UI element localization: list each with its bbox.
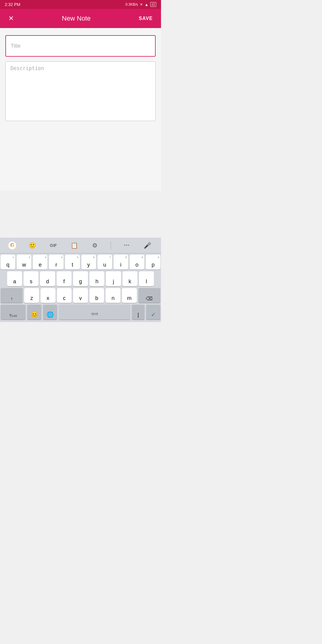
title-input[interactable] — [5, 35, 156, 57]
key-o[interactable]: 9o — [130, 255, 144, 270]
gif-icon: GIF — [50, 243, 57, 248]
keyboard-rows: 1q 2w 3e 4r 5t 6y 7u 8i 9o 0p a s d f g … — [0, 253, 161, 322]
sticker-icon: 🙂 — [29, 242, 36, 249]
key-d[interactable]: d — [40, 271, 55, 286]
toolbar-divider — [111, 241, 111, 250]
key-i[interactable]: 8i — [114, 255, 128, 270]
key-l[interactable]: l — [139, 271, 154, 286]
close-button[interactable]: ✕ — [6, 12, 16, 25]
key-h[interactable]: h — [89, 271, 104, 286]
emoji-key[interactable]: 😊 — [27, 305, 41, 320]
key-n[interactable]: n — [106, 288, 120, 303]
key-v[interactable]: v — [73, 288, 88, 303]
google-icon: G — [10, 242, 14, 248]
clipboard-icon: 📋 — [71, 242, 78, 249]
key-j[interactable]: j — [106, 271, 121, 286]
save-button[interactable]: SAVE — [137, 13, 155, 24]
space-key[interactable]: বাংলা — [59, 305, 130, 320]
status-time: 2:32 PM — [5, 2, 20, 7]
key-e[interactable]: 3e — [33, 255, 47, 270]
battery-indicator: 22 — [150, 2, 156, 7]
key-row-2: a s d f g h j k l — [1, 271, 160, 286]
sticker-button[interactable]: 🙂 — [27, 240, 38, 251]
content-area — [0, 28, 161, 128]
wifi-icon: ▲ — [145, 2, 148, 7]
x-icon: ✕ — [140, 2, 143, 7]
key-row-3: ↑ z x c v b n m ⌫ — [1, 288, 160, 303]
enter-key[interactable]: ✓ — [146, 305, 160, 320]
settings-button[interactable]: ⚙ — [90, 240, 99, 251]
key-f[interactable]: f — [57, 271, 72, 286]
key-r[interactable]: 4r — [49, 255, 64, 270]
key-a[interactable]: a — [7, 271, 22, 286]
app-bar: ✕ New Note SAVE — [0, 9, 161, 28]
globe-key[interactable]: 🌐 — [43, 305, 57, 320]
clipboard-button[interactable]: 📋 — [69, 240, 80, 251]
mic-button[interactable]: 🎤 — [142, 240, 153, 251]
backspace-key[interactable]: ⌫ — [138, 288, 160, 303]
status-right: 0.3KB/s ✕ ▲ 22 — [126, 2, 156, 7]
key-row-1: 1q 2w 3e 4r 5t 6y 7u 8i 9o 0p — [1, 255, 160, 270]
key-z[interactable]: z — [24, 288, 39, 303]
key-p[interactable]: 0p — [146, 255, 160, 270]
key-w[interactable]: 2w — [17, 255, 31, 270]
keyboard-toolbar: G 🙂 GIF 📋 ⚙ ••• 🎤 — [0, 238, 161, 253]
mic-icon: 🎤 — [144, 242, 151, 249]
pipe-key[interactable]: | — [132, 305, 145, 320]
page-title: New Note — [62, 15, 91, 22]
network-speed: 0.3KB/s — [126, 2, 138, 7]
key-c[interactable]: c — [57, 288, 72, 303]
google-button[interactable]: G — [8, 241, 16, 250]
key-t[interactable]: 5t — [65, 255, 80, 270]
key-y[interactable]: 6y — [81, 255, 96, 270]
keyboard: G 🙂 GIF 📋 ⚙ ••• 🎤 1q 2w 3e 4r 5t 6y — [0, 238, 161, 322]
key-b[interactable]: b — [89, 288, 104, 303]
key-g[interactable]: g — [73, 271, 88, 286]
gif-button[interactable]: GIF — [48, 241, 58, 250]
key-x[interactable]: x — [41, 288, 55, 303]
gear-icon: ⚙ — [92, 242, 97, 249]
key-row-4: ?১২৩ 😊 🌐 বাংলা | ✓ — [1, 305, 160, 320]
more-icon: ••• — [124, 243, 130, 247]
numpad-key[interactable]: ?১২৩ — [1, 305, 26, 320]
empty-space — [0, 128, 161, 191]
key-m[interactable]: m — [122, 288, 137, 303]
key-u[interactable]: 7u — [97, 255, 112, 270]
more-button[interactable]: ••• — [123, 242, 132, 249]
description-input[interactable] — [5, 61, 156, 121]
key-s[interactable]: s — [24, 271, 38, 286]
status-bar: 2:32 PM 0.3KB/s ✕ ▲ 22 — [0, 0, 161, 9]
shift-key[interactable]: ↑ — [1, 288, 23, 303]
key-q[interactable]: 1q — [1, 255, 15, 270]
key-k[interactable]: k — [123, 271, 137, 286]
